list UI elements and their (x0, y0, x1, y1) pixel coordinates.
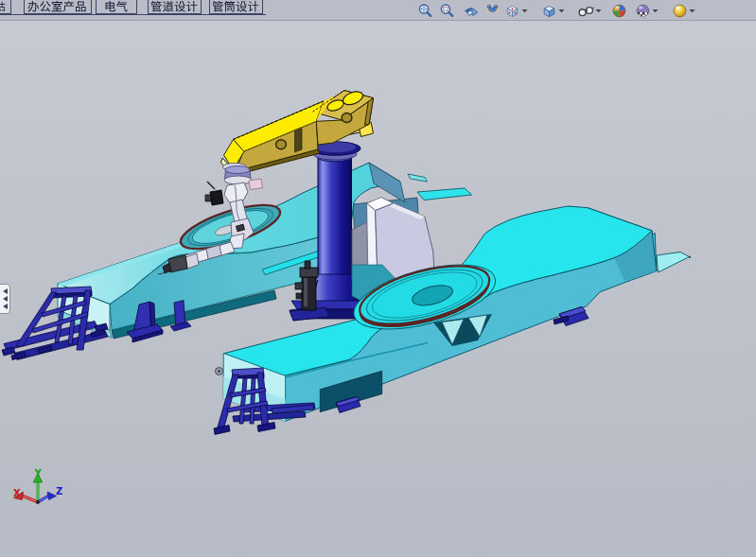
graphics-viewport[interactable]: X Y Z (0, 20, 756, 557)
view-orientation-icon (504, 3, 520, 19)
view-orientation-dropdown-arrow[interactable] (521, 3, 528, 19)
expand-left-icon (3, 288, 8, 294)
zoom-to-area-icon (439, 3, 455, 19)
expand-left-icon (3, 304, 8, 309)
zoom-to-area-button[interactable] (439, 3, 455, 19)
zoom-to-fit-button[interactable] (417, 3, 433, 19)
edit-appearance-button[interactable] (611, 3, 627, 19)
orientation-triad: X Y Z (13, 468, 62, 504)
triad-y-label: Y (33, 468, 42, 479)
section-view-icon (484, 3, 501, 19)
hide-show-items-dropdown-arrow[interactable] (595, 3, 602, 19)
section-view-button[interactable] (484, 3, 501, 19)
hide-show-items-button[interactable] (578, 3, 602, 19)
application-window: X Y Z 估 办公室产品 电气 管道设计 管筒设计 (0, 0, 756, 557)
apply-scene-dropdown-arrow[interactable] (652, 3, 659, 19)
display-style-button[interactable] (541, 3, 565, 19)
apply-scene-icon (635, 3, 651, 19)
previous-view-icon (463, 3, 479, 19)
apply-scene-button[interactable] (635, 3, 659, 19)
hide-show-items-icon (578, 3, 594, 19)
left-beam-front-flange-strip (417, 188, 472, 200)
edit-appearance-icon (611, 3, 627, 19)
view-settings-button[interactable] (672, 3, 695, 19)
display-style-icon (541, 3, 557, 19)
view-settings-icon (672, 3, 688, 19)
previous-view-button[interactable] (463, 3, 479, 19)
3d-viewport-scene[interactable]: X Y Z (0, 20, 756, 557)
view-settings-dropdown-arrow[interactable] (689, 3, 695, 19)
expand-left-icon (3, 296, 8, 302)
feature-panel-expander[interactable] (0, 284, 10, 314)
command-manager-bar: 估 办公室产品 电气 管道设计 管筒设计 (0, 0, 756, 21)
view-orientation-button[interactable] (504, 3, 528, 19)
triad-z-label: Z (56, 486, 62, 496)
zoom-to-fit-icon (417, 3, 433, 19)
display-style-dropdown-arrow[interactable] (558, 3, 565, 19)
triad-x-label: X (13, 488, 21, 498)
heads-up-view-toolbar (0, 0, 756, 23)
